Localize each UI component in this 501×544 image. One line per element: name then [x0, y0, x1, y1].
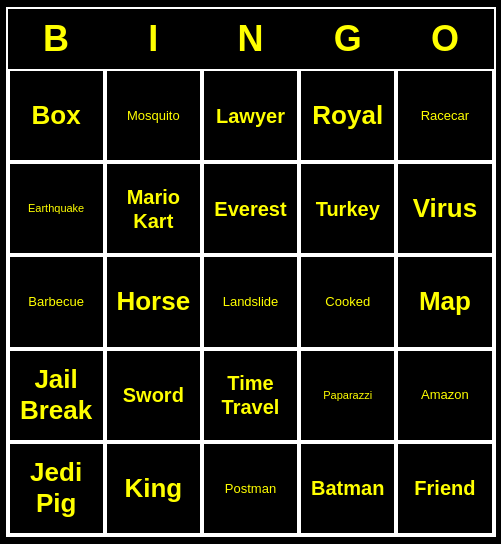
bingo-row-0: BoxMosquitoLawyerRoyalRacecar	[8, 69, 494, 162]
bingo-cell-0-2: Lawyer	[202, 69, 299, 162]
bingo-row-3: Jail BreakSwordTime TravelPaparazziAmazo…	[8, 349, 494, 442]
bingo-cell-4-4: Friend	[396, 442, 493, 535]
bingo-header: BINGO	[8, 9, 494, 69]
bingo-cell-2-3: Cooked	[299, 255, 396, 348]
bingo-card: BINGO BoxMosquitoLawyerRoyalRacecarEarth…	[6, 7, 496, 537]
bingo-cell-2-0: Barbecue	[8, 255, 105, 348]
bingo-cell-3-3: Paparazzi	[299, 349, 396, 442]
bingo-cell-1-1: Mario Kart	[105, 162, 202, 255]
bingo-cell-3-0: Jail Break	[8, 349, 105, 442]
bingo-cell-4-1: King	[105, 442, 202, 535]
bingo-cell-0-3: Royal	[299, 69, 396, 162]
bingo-cell-2-1: Horse	[105, 255, 202, 348]
bingo-row-4: Jedi PigKingPostmanBatmanFriend	[8, 442, 494, 535]
header-letter-N: N	[202, 9, 299, 69]
bingo-row-2: BarbecueHorseLandslideCookedMap	[8, 255, 494, 348]
bingo-cell-3-4: Amazon	[396, 349, 493, 442]
bingo-cell-3-1: Sword	[105, 349, 202, 442]
bingo-cell-3-2: Time Travel	[202, 349, 299, 442]
bingo-cell-4-3: Batman	[299, 442, 396, 535]
bingo-cell-2-2: Landslide	[202, 255, 299, 348]
header-letter-B: B	[8, 9, 105, 69]
bingo-cell-4-2: Postman	[202, 442, 299, 535]
header-letter-I: I	[105, 9, 202, 69]
bingo-cell-4-0: Jedi Pig	[8, 442, 105, 535]
header-letter-O: O	[396, 9, 493, 69]
bingo-cell-1-4: Virus	[396, 162, 493, 255]
bingo-cell-0-1: Mosquito	[105, 69, 202, 162]
header-letter-G: G	[299, 9, 396, 69]
bingo-grid: BoxMosquitoLawyerRoyalRacecarEarthquakeM…	[8, 69, 494, 535]
bingo-cell-1-2: Everest	[202, 162, 299, 255]
bingo-cell-1-0: Earthquake	[8, 162, 105, 255]
bingo-row-1: EarthquakeMario KartEverestTurkeyVirus	[8, 162, 494, 255]
bingo-cell-1-3: Turkey	[299, 162, 396, 255]
bingo-cell-2-4: Map	[396, 255, 493, 348]
bingo-cell-0-0: Box	[8, 69, 105, 162]
bingo-cell-0-4: Racecar	[396, 69, 493, 162]
